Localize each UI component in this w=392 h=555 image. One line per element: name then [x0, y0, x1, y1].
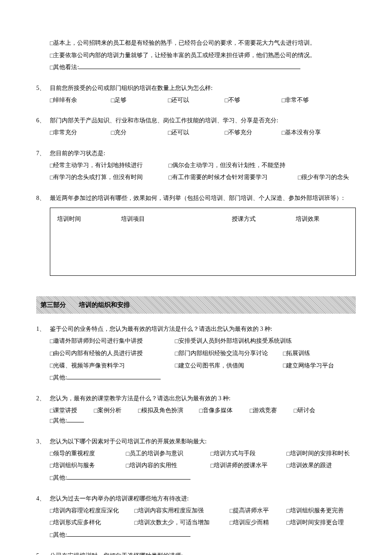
q8-col-3: 培训效果 [296, 214, 320, 224]
checkbox-icon[interactable]: □ [294, 406, 297, 416]
checkbox-icon[interactable]: □ [287, 449, 290, 459]
checkbox-icon[interactable]: □ [126, 449, 130, 459]
p3q3-opt-4: 培训组织与服务 [53, 462, 95, 468]
checkbox-icon[interactable]: □ [287, 461, 290, 471]
checkbox-icon[interactable]: □ [135, 506, 138, 516]
p3q1-opt-3: 部门内部组织经验交流与分享讨论 [179, 350, 268, 356]
page-container: □ 基本上，公司招聘来的员工都是有经验的熟手，已经符合公司的要求，不需要花大力气… [0, 0, 392, 555]
intro-options: □ 基本上，公司招聘来的员工都是有经验的熟手，已经符合公司的要求，不需要花大力气… [36, 38, 356, 73]
p3q2-num: 2、 [36, 393, 50, 404]
q7: 7、 您目前的学习状态是: [36, 148, 356, 159]
q6-opt-0: 非常充分 [53, 129, 77, 136]
p3q2-opt-3: 音像多媒体 [203, 407, 233, 413]
q7-num: 7、 [36, 148, 50, 159]
checkbox-icon[interactable]: □ [225, 95, 228, 106]
checkbox-icon[interactable]: □ [175, 361, 179, 371]
p3q4-opt-7: 培训时间安排更合理 [290, 519, 344, 526]
p3q4-opt-5: 培训次数太少，可适当增加 [138, 519, 210, 526]
fill-blank[interactable] [67, 379, 161, 379]
p3q4: 4、 您认为过去一年内举办的培训课程哪些地方有待改进: [36, 494, 356, 504]
p3q2-opt-5: 研讨会 [297, 407, 315, 413]
p3q4-opt-4: 培训形式应多样化 [53, 519, 101, 526]
q8-table: 培训时间 培训项目 授课方式 培训效果 [50, 208, 356, 276]
checkbox-icon[interactable]: □ [175, 336, 179, 347]
p3q4-opt-3: 培训组织服务更完善 [290, 507, 344, 514]
q5-opt-0: 绰绰有余 [53, 97, 77, 103]
p3q4-opt-0: 培训内容理论程度应深化 [53, 507, 119, 514]
p3q2-options: □ 课堂讲授 □ 案例分析 □ 模拟及角色扮演 □ 音像多媒体 □ 游戏竞赛 □… [36, 405, 356, 426]
fill-blank[interactable] [67, 479, 190, 480]
intro-opt-c-label: 其他看法: [53, 64, 79, 70]
fill-blank[interactable] [67, 422, 84, 422]
p3q4-options: □ 培训内容理论程度应深化 □ 培训内容实用程度应加强 □ 提高讲师水平 □ 培… [36, 506, 356, 541]
checkbox-icon[interactable]: □ [94, 406, 98, 416]
p3q1-opt-6: 建立公司图书库，供借阅 [179, 362, 244, 369]
q5-opt-2: 还可以 [171, 97, 189, 103]
p3q1-opt-8: 其他: [53, 374, 67, 381]
p3q4-num: 4、 [36, 494, 50, 504]
q6-opt-1: 充分 [115, 129, 127, 136]
p3q3-opt-2: 培训方式与手段 [214, 450, 256, 457]
p3q1-opt-0: 邀请外部讲师到公司进行集中讲授 [53, 338, 143, 344]
checkbox-icon[interactable]: □ [175, 349, 179, 359]
p3q3-opt-6: 培训讲师的授课水平 [214, 462, 268, 468]
p3q3-opt-3: 培训时间的安排和时长 [290, 450, 350, 457]
checkbox-icon[interactable]: □ [287, 518, 290, 528]
q6: 6、 部门内部关于产品知识、行业和市场信息、岗位工作技能的培训、学习、分享是否充… [36, 116, 356, 126]
p3q4-opt-2: 提高讲师水平 [233, 507, 269, 514]
checkbox-icon[interactable]: □ [111, 95, 115, 106]
intro-opt-a: □ 基本上，公司招聘来的员工都是有经验的熟手，已经符合公司的要求，不需要花大力气… [50, 38, 356, 49]
q6-opt-2: 还可以 [171, 129, 189, 136]
p3q1-opt-2: 由公司内部有经验的人员进行讲授 [53, 350, 143, 356]
q5-num: 5、 [36, 83, 50, 93]
p3q1-opt-7: 建立网络学习平台 [286, 362, 334, 369]
checkbox-icon[interactable]: □ [287, 506, 290, 516]
fill-blank[interactable] [67, 536, 190, 537]
p3q3-opt-5: 培训内容的实用性 [130, 462, 177, 468]
checkbox-icon[interactable]: □ [126, 461, 130, 471]
checkbox-icon[interactable]: □ [135, 518, 138, 528]
q5-opt-3: 不够 [228, 97, 240, 103]
q6-text: 部门内部关于产品知识、行业和市场信息、岗位工作技能的培训、学习、分享是否充分: [50, 116, 356, 126]
q6-num: 6、 [36, 116, 50, 126]
q5-options: □ 绰绰有余 □ 足够 □ 还可以 □ 不够 □ 非常不够 [36, 95, 356, 106]
q6-options: □ 非常充分 □ 充分 □ 还可以 □ 不够充分 □ 基本没有分享 [36, 127, 356, 138]
checkbox-icon[interactable]: □ [199, 406, 203, 416]
q8: 8、 最近两年参加过的培训有哪些，效果如何，请列举（包括公司培训、部门培训、个人… [36, 193, 356, 203]
p3q2-text: 您认为，最有效的课堂教学方法是什么？请选出您认为最有效的 3 种: [50, 393, 356, 404]
intro-opt-a-label: 基本上，公司招聘来的员工都是有经验的熟手，已经符合公司的要求，不需要花大力气去进… [53, 40, 316, 46]
fill-blank[interactable] [79, 69, 300, 69]
checkbox-icon[interactable]: □ [225, 128, 228, 138]
p3q2-opt-4: 游戏竞赛 [253, 407, 277, 413]
p3q2-opt-6: 其他: [53, 417, 67, 424]
p3q1-opt-5: 光碟、视频等声像资料学习 [53, 362, 125, 369]
p3q5: 5、 公司在安排培训时，您倾向于选择哪种类型的讲师: [36, 551, 356, 555]
q8-col-2: 授课方式 [232, 214, 296, 224]
checkbox-icon[interactable]: □ [169, 173, 172, 183]
p3q4-opt-1: 培训内容实用程度应加强 [138, 507, 204, 514]
q8-table-head: 培训时间 培训项目 授课方式 培训效果 [57, 214, 349, 224]
intro-opt-b-label: 主要依靠公司内部的培训力量就够了，让经验丰富的员工或经理来担任讲师，他们熟悉公司… [53, 52, 316, 58]
q5: 5、 目前您所接受的公司或部门组织的培训在数量上您认为怎么样: [36, 83, 356, 93]
p3q3-opt-1: 员工的培训参与意识 [130, 450, 183, 457]
checkbox-icon[interactable]: □ [111, 128, 115, 138]
section-3-header: 第三部分 培训的组织和安排 [36, 296, 356, 314]
checkbox-icon[interactable]: □ [169, 161, 172, 171]
p3q3-options: □ 领导的重视程度 □ 员工的培训参与意识 □ 培训方式与手段 □ 培训时间的安… [36, 448, 356, 483]
q5-text: 目前您所接受的公司或部门组织的培训在数量上您认为怎么样: [50, 83, 356, 93]
q5-opt-4: 非常不够 [285, 97, 309, 103]
q5-opt-1: 足够 [115, 97, 127, 103]
q8-text: 最近两年参加过的培训有哪些，效果如何，请列举（包括公司培训、部门培训、个人深造、… [50, 193, 356, 203]
p3q4-opt-8: 其他: [53, 532, 67, 538]
q7-opt-0: 经常主动学习，有计划地持续进行 [53, 162, 143, 168]
p3q2-opt-0: 课堂讲授 [53, 407, 77, 413]
p3q4-opt-6: 培训应少而精 [233, 519, 269, 526]
p3q1-text: 鉴于公司的业务特点，您认为最有效的培训方法是什么？请选出您认为最有效的 3 种: [50, 324, 356, 334]
q7-options: □ 经常主动学习，有计划地持续进行 □ 偶尔会主动学习，但没有计划性，不能坚持 … [36, 160, 356, 183]
p3q1-opt-4: 拓展训练 [286, 350, 310, 356]
q8-num: 8、 [36, 193, 50, 203]
p3q4-text: 您认为过去一年内举办的培训课程哪些地方有待改进: [50, 494, 356, 504]
p3q1: 1、 鉴于公司的业务特点，您认为最有效的培训方法是什么？请选出您认为最有效的 3… [36, 324, 356, 334]
intro-opt-c: □ 其他看法: [50, 62, 356, 73]
p3q5-num: 5、 [36, 551, 50, 555]
